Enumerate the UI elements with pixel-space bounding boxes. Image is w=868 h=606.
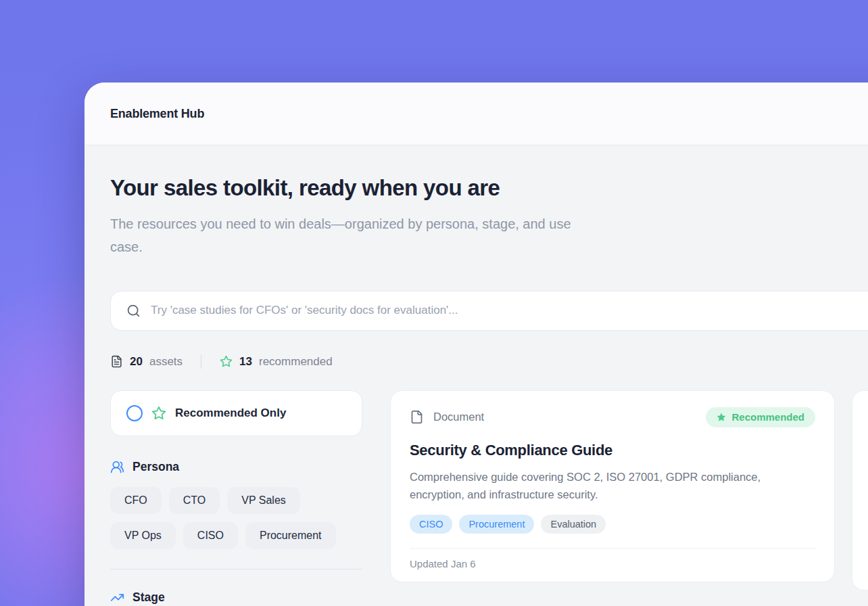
search-input[interactable] xyxy=(151,304,868,317)
window-header: Enablement Hub xyxy=(85,83,868,145)
file-icon xyxy=(410,410,424,424)
file-text-icon xyxy=(110,355,123,368)
window-body: Your sales toolkit, ready when you are T… xyxy=(85,145,868,605)
recommended-only-radio[interactable] xyxy=(126,405,143,421)
search-icon xyxy=(126,304,141,318)
stats-divider xyxy=(201,355,201,369)
card-tag-list: CISOProcurementEvaluation xyxy=(410,515,815,534)
card-tag-evaluation: Evaluation xyxy=(541,515,606,534)
sidebar-divider xyxy=(110,569,362,569)
stage-section-header: Stage xyxy=(110,590,362,605)
page-subtitle: The resources you need to win deals—orga… xyxy=(110,212,587,258)
persona-chip-ciso[interactable]: CISO xyxy=(183,522,238,549)
users-icon xyxy=(110,460,124,474)
card-meta: Document xyxy=(410,410,484,424)
persona-chip-cto[interactable]: CTO xyxy=(169,487,220,514)
content-row: Recommended Only Persona CFOCTOVP SalesV… xyxy=(110,390,868,605)
enablement-hub-window: Enablement Hub Your sales toolkit, ready… xyxy=(85,83,868,606)
card-title: Security & Compliance Guide xyxy=(410,442,815,459)
card-updated-date: Updated Jan 6 xyxy=(410,548,815,582)
card-tag-ciso: CISO xyxy=(410,515,452,534)
persona-chip-list: CFOCTOVP SalesVP OpsCISOProcurement xyxy=(110,487,362,549)
persona-section-label: Persona xyxy=(132,460,179,474)
recommended-only-label: Recommended Only xyxy=(175,406,286,420)
search-bar[interactable] xyxy=(110,291,868,331)
star-icon xyxy=(151,406,166,421)
card-description: Comprehensive guide covering SOC 2, ISO … xyxy=(410,468,792,503)
recommended-count: 13 xyxy=(239,355,252,369)
asset-card-partial[interactable] xyxy=(852,390,868,590)
app-title: Enablement Hub xyxy=(110,107,204,121)
recommended-label: recommended xyxy=(259,355,333,369)
assets-stat: 20 assets xyxy=(110,355,183,369)
star-filled-icon xyxy=(717,413,726,422)
star-icon xyxy=(220,355,233,368)
persona-section-header: Persona xyxy=(110,460,362,474)
page-title: Your sales toolkit, ready when you are xyxy=(110,175,868,201)
asset-cards-grid: Document Recommended Security & Complian… xyxy=(390,390,868,590)
filters-sidebar: Recommended Only Persona CFOCTOVP SalesV… xyxy=(110,390,362,605)
asset-card-security-compliance-guide[interactable]: Document Recommended Security & Complian… xyxy=(390,390,835,582)
card-top-row: Document Recommended xyxy=(410,407,815,427)
stats-row: 20 assets 13 recommended xyxy=(110,355,868,369)
recommended-badge: Recommended xyxy=(706,407,815,427)
persona-chip-vp-ops[interactable]: VP Ops xyxy=(110,522,176,549)
persona-chip-cfo[interactable]: CFO xyxy=(110,487,162,514)
card-type-label: Document xyxy=(433,411,484,423)
recommended-stat: 13 recommended xyxy=(220,355,333,369)
assets-label: assets xyxy=(149,355,183,369)
persona-chip-vp-sales[interactable]: VP Sales xyxy=(227,487,300,514)
trending-up-icon xyxy=(110,590,124,605)
recommended-only-toggle[interactable]: Recommended Only xyxy=(110,390,362,436)
stage-section-label: Stage xyxy=(132,590,165,605)
assets-count: 20 xyxy=(130,355,143,369)
recommended-badge-label: Recommended xyxy=(731,411,804,423)
persona-chip-procurement[interactable]: Procurement xyxy=(245,522,336,549)
card-tag-procurement: Procurement xyxy=(459,515,534,534)
